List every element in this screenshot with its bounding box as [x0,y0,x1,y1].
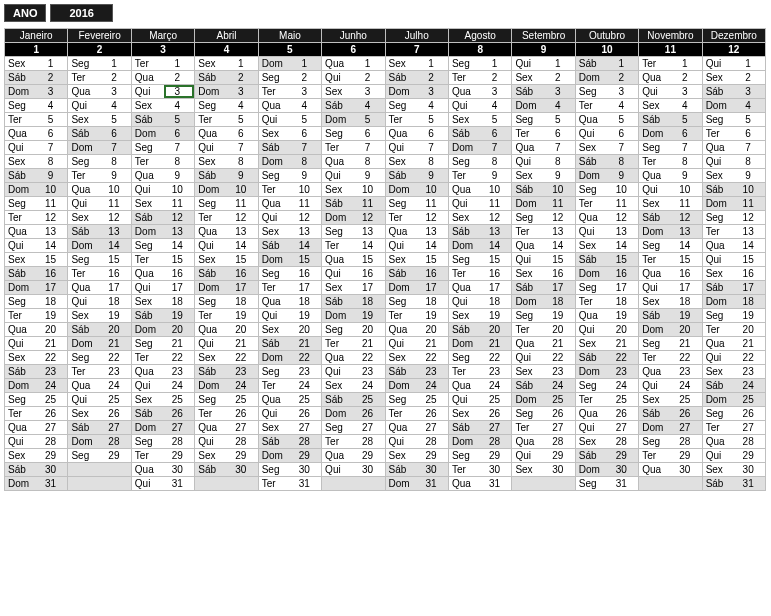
day-cell[interactable]: Seg5 [703,113,765,126]
day-cell[interactable]: Qua9 [132,169,194,182]
day-cell[interactable]: Seg24 [576,379,638,392]
day-cell[interactable]: Sex12 [68,211,130,224]
day-cell[interactable]: Sáb31 [703,477,765,490]
day-cell[interactable]: Ter13 [703,225,765,238]
day-cell[interactable]: Dom31 [386,477,448,490]
day-cell[interactable]: Qua16 [132,267,194,280]
day-cell[interactable]: Ter7 [322,141,384,154]
day-cell[interactable]: Sáb14 [259,239,321,252]
day-cell[interactable]: Sex1 [386,57,448,70]
day-cell[interactable]: Qui24 [132,379,194,392]
day-cell[interactable]: Seg19 [512,309,574,322]
day-cell[interactable]: Dom9 [576,169,638,182]
day-cell[interactable]: Qui28 [5,435,67,448]
day-cell[interactable]: Sáb16 [386,267,448,280]
day-cell[interactable]: Qua30 [639,463,701,476]
day-cell[interactable]: Dom30 [576,463,638,476]
day-cell[interactable]: Seg7 [132,141,194,154]
day-cell[interactable]: Qua4 [259,99,321,112]
day-cell[interactable]: Sáb18 [322,295,384,308]
day-cell[interactable]: Qui18 [68,295,130,308]
day-cell[interactable]: Sáb6 [68,127,130,140]
day-cell[interactable]: Qui25 [449,393,511,406]
day-cell[interactable]: Seg26 [703,407,765,420]
day-cell[interactable]: Sáb2 [5,71,67,84]
day-cell[interactable]: Seg3 [576,85,638,98]
day-cell[interactable]: Dom16 [576,267,638,280]
day-cell[interactable]: Sáb6 [449,127,511,140]
day-cell[interactable]: Ter27 [512,421,574,434]
day-cell[interactable]: Ter10 [259,183,321,196]
day-cell[interactable]: Ter19 [386,309,448,322]
day-cell[interactable]: Seg13 [322,225,384,238]
day-cell[interactable]: Qui7 [386,141,448,154]
day-cell[interactable]: Dom27 [132,421,194,434]
day-cell[interactable]: Qui21 [5,337,67,350]
day-cell[interactable]: Seg25 [386,393,448,406]
day-cell[interactable]: Seg14 [639,239,701,252]
day-cell[interactable]: Sáb3 [703,85,765,98]
day-cell[interactable]: Sáb13 [449,225,511,238]
day-cell[interactable]: Ter22 [132,351,194,364]
day-cell[interactable]: Sex19 [449,309,511,322]
day-cell[interactable]: Ter19 [195,309,257,322]
day-cell[interactable]: Ter1 [639,57,701,70]
day-cell[interactable]: Seg22 [68,351,130,364]
day-cell[interactable]: Sex23 [703,365,765,378]
day-cell[interactable]: Seg8 [449,155,511,168]
day-cell[interactable]: Seg1 [68,57,130,70]
day-cell[interactable]: Dom14 [449,239,511,252]
day-cell[interactable]: Ter26 [386,407,448,420]
day-cell[interactable]: Qua6 [386,127,448,140]
day-cell[interactable]: Dom24 [386,379,448,392]
day-cell[interactable]: Seg6 [322,127,384,140]
day-cell[interactable]: Qua23 [132,365,194,378]
day-cell[interactable]: Sex8 [386,155,448,168]
day-cell[interactable]: Dom13 [639,225,701,238]
day-cell[interactable]: Dom3 [195,85,257,98]
day-cell[interactable]: Ter11 [576,197,638,210]
day-cell[interactable]: Seg2 [259,71,321,84]
day-cell[interactable]: Ter16 [449,267,511,280]
day-cell[interactable]: Seg25 [5,393,67,406]
day-cell[interactable]: Sex27 [259,421,321,434]
day-cell[interactable]: Seg22 [449,351,511,364]
day-cell[interactable]: Seg18 [195,295,257,308]
day-cell[interactable]: Qua20 [5,323,67,336]
day-cell[interactable]: Ter8 [639,155,701,168]
day-cell[interactable]: Dom18 [512,295,574,308]
day-cell[interactable]: Sex5 [449,113,511,126]
day-cell[interactable]: Qui12 [259,211,321,224]
day-cell[interactable]: Qui4 [449,99,511,112]
day-cell[interactable]: Ter27 [703,421,765,434]
day-cell[interactable]: Seg21 [132,337,194,350]
day-cell[interactable]: Sáb9 [195,169,257,182]
day-cell[interactable]: Ter13 [512,225,574,238]
day-cell[interactable]: Qui17 [639,281,701,294]
day-cell[interactable]: Sáb27 [68,421,130,434]
day-cell[interactable]: Qui4 [68,99,130,112]
day-cell[interactable]: Sex19 [68,309,130,322]
day-cell[interactable]: Dom17 [195,281,257,294]
day-cell[interactable]: Ter19 [5,309,67,322]
day-cell[interactable]: Sáb7 [259,141,321,154]
day-cell[interactable]: Qui31 [132,477,194,490]
day-cell[interactable]: Qua13 [195,225,257,238]
day-cell[interactable]: Seg18 [386,295,448,308]
day-cell[interactable]: Dom18 [703,295,765,308]
day-cell[interactable]: Ter6 [512,127,574,140]
day-cell[interactable]: Sáb26 [639,407,701,420]
day-cell[interactable]: Ter12 [195,211,257,224]
day-cell[interactable]: Dom19 [322,309,384,322]
day-cell[interactable]: Ter3 [259,85,321,98]
day-cell[interactable]: Sex21 [576,337,638,350]
day-cell[interactable]: Dom17 [386,281,448,294]
day-cell[interactable]: Sex22 [195,351,257,364]
day-cell[interactable]: Seg28 [639,435,701,448]
day-cell[interactable]: Ter15 [639,253,701,266]
day-cell[interactable]: Dom3 [5,85,67,98]
day-cell[interactable]: Dom6 [132,127,194,140]
day-cell[interactable]: Seg31 [576,477,638,490]
day-cell[interactable]: Qui27 [576,421,638,434]
day-cell[interactable]: Qua28 [703,435,765,448]
